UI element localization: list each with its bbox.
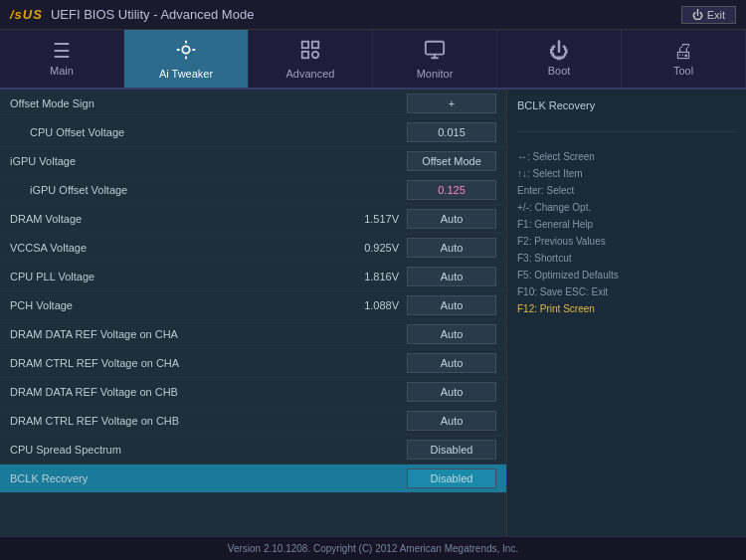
- svg-rect-3: [302, 51, 308, 57]
- keyboard-hint-line: ↔: Select Screen: [517, 148, 736, 165]
- svg-point-0: [182, 46, 189, 53]
- svg-rect-1: [302, 41, 308, 47]
- tab-tool-label: Tool: [673, 65, 693, 77]
- setting-row[interactable]: iGPU Offset Voltage0.125: [0, 176, 506, 205]
- tab-monitor[interactable]: Monitor: [373, 30, 497, 88]
- setting-value[interactable]: 0.125: [407, 180, 496, 200]
- tab-monitor-label: Monitor: [417, 68, 454, 80]
- tab-ai-tweaker-label: Ai Tweaker: [159, 68, 213, 80]
- tab-boot[interactable]: ⏻ Boot: [497, 30, 622, 88]
- keyboard-hint-line: F3: Shortcut: [517, 250, 736, 267]
- setting-value[interactable]: +: [407, 93, 496, 113]
- footer-text: Version 2.10.1208. Copyright (C) 2012 Am…: [228, 543, 518, 554]
- setting-label: DRAM Voltage: [10, 213, 342, 225]
- keyboard-hint-line: ↑↓: Select Item: [517, 165, 736, 182]
- setting-row[interactable]: PCH Voltage1.088VAuto: [0, 291, 506, 320]
- setting-label: CPU Offset Voltage: [10, 126, 407, 138]
- content-area: Offset Mode Sign+CPU Offset Voltage0.015…: [0, 90, 746, 536]
- setting-value[interactable]: Auto: [407, 411, 496, 431]
- setting-row[interactable]: DRAM DATA REF Voltage on CHAAuto: [0, 320, 506, 349]
- setting-row[interactable]: CPU Offset Voltage0.015: [0, 118, 506, 147]
- right-panel: BCLK Recovery ↔: Select Screen↑↓: Select…: [507, 90, 746, 536]
- setting-row[interactable]: CPU PLL Voltage1.816VAuto: [0, 263, 506, 291]
- setting-value[interactable]: Auto: [407, 267, 496, 286]
- footer: Version 2.10.1208. Copyright (C) 2012 Am…: [0, 536, 746, 560]
- setting-voltage: 1.517V: [342, 213, 407, 225]
- setting-value[interactable]: Offset Mode: [407, 151, 496, 171]
- setting-label: DRAM CTRL REF Voltage on CHB: [10, 415, 407, 427]
- tab-boot-label: Boot: [548, 65, 571, 77]
- setting-label: DRAM CTRL REF Voltage on CHA: [10, 357, 407, 369]
- keyboard-hint-line: +/-: Change Opt.: [517, 199, 736, 216]
- setting-row[interactable]: VCCSA Voltage0.925VAuto: [0, 234, 506, 263]
- setting-label: Offset Mode Sign: [10, 97, 407, 109]
- keyboard-hint-line: Enter: Select: [517, 182, 736, 199]
- setting-value[interactable]: Auto: [407, 238, 496, 258]
- tab-advanced-label: Advanced: [286, 68, 335, 80]
- setting-row[interactable]: BCLK RecoveryDisabled: [0, 465, 506, 493]
- setting-voltage: 1.816V: [342, 271, 407, 282]
- setting-voltage: 0.925V: [342, 242, 407, 254]
- monitor-icon: [424, 39, 446, 64]
- nav-tabs: ☰ Main Ai Tweaker Advanced Monitor ⏻ Boo…: [0, 30, 746, 90]
- keyboard-hint-line: F5: Optimized Defaults: [517, 267, 736, 283]
- setting-row[interactable]: Offset Mode Sign+: [0, 90, 506, 118]
- exit-icon: ⏻: [692, 9, 703, 21]
- ai-tweaker-icon: [175, 39, 197, 64]
- setting-row[interactable]: DRAM CTRL REF Voltage on CHAAuto: [0, 349, 506, 378]
- main-icon: ☰: [53, 41, 71, 61]
- tab-main[interactable]: ☰ Main: [0, 30, 124, 88]
- setting-value[interactable]: Disabled: [407, 440, 496, 460]
- boot-icon: ⏻: [549, 41, 569, 61]
- keyboard-hints: ↔: Select Screen↑↓: Select ItemEnter: Se…: [517, 148, 736, 317]
- tool-icon: 🖨: [673, 41, 693, 61]
- header: /sUS UEFI BIOS Utility - Advanced Mode ⏻…: [0, 0, 746, 30]
- setting-voltage: 1.088V: [342, 299, 407, 311]
- setting-label: DRAM DATA REF Voltage on CHA: [10, 328, 407, 340]
- keyboard-hint-line: F1: General Help: [517, 216, 736, 233]
- setting-row[interactable]: CPU Spread SpectrumDisabled: [0, 436, 506, 465]
- tab-ai-tweaker[interactable]: Ai Tweaker: [124, 30, 249, 88]
- advanced-icon: [299, 39, 321, 64]
- header-title: UEFI BIOS Utility - Advanced Mode: [51, 7, 254, 22]
- svg-rect-5: [426, 41, 444, 54]
- setting-label: DRAM DATA REF Voltage on CHB: [10, 386, 407, 398]
- setting-value[interactable]: Auto: [407, 353, 496, 373]
- tab-tool[interactable]: 🖨 Tool: [622, 30, 746, 88]
- setting-row[interactable]: DRAM Voltage1.517VAuto: [0, 205, 506, 234]
- help-divider: [517, 131, 736, 132]
- setting-label: CPU PLL Voltage: [10, 271, 342, 282]
- header-left: /sUS UEFI BIOS Utility - Advanced Mode: [10, 7, 254, 22]
- setting-value[interactable]: Auto: [407, 382, 496, 402]
- setting-label: iGPU Offset Voltage: [10, 184, 407, 196]
- setting-label: iGPU Voltage: [10, 155, 407, 167]
- setting-value[interactable]: Disabled: [407, 468, 496, 488]
- setting-value[interactable]: Auto: [407, 324, 496, 344]
- tab-advanced[interactable]: Advanced: [249, 30, 373, 88]
- left-panel: Offset Mode Sign+CPU Offset Voltage0.015…: [0, 90, 507, 536]
- setting-value[interactable]: Auto: [407, 209, 496, 229]
- exit-button[interactable]: ⏻ Exit: [681, 6, 736, 24]
- setting-label: BCLK Recovery: [10, 472, 407, 484]
- keyboard-hint-line: F12: Print Screen: [517, 300, 736, 317]
- keyboard-hint-line: F10: Save ESC: Exit: [517, 283, 736, 300]
- tab-main-label: Main: [50, 65, 74, 77]
- svg-point-4: [312, 51, 318, 57]
- asus-logo: /sUS: [10, 7, 43, 22]
- setting-label: PCH Voltage: [10, 299, 342, 311]
- help-title: BCLK Recovery: [517, 99, 736, 111]
- settings-list: Offset Mode Sign+CPU Offset Voltage0.015…: [0, 90, 506, 536]
- setting-row[interactable]: iGPU VoltageOffset Mode: [0, 147, 506, 176]
- svg-rect-2: [312, 41, 318, 47]
- setting-label: CPU Spread Spectrum: [10, 444, 407, 456]
- setting-label: VCCSA Voltage: [10, 242, 342, 254]
- setting-row[interactable]: DRAM DATA REF Voltage on CHBAuto: [0, 378, 506, 407]
- setting-value[interactable]: 0.015: [407, 122, 496, 142]
- keyboard-hint-line: F2: Previous Values: [517, 233, 736, 250]
- setting-value[interactable]: Auto: [407, 295, 496, 315]
- setting-row[interactable]: DRAM CTRL REF Voltage on CHBAuto: [0, 407, 506, 436]
